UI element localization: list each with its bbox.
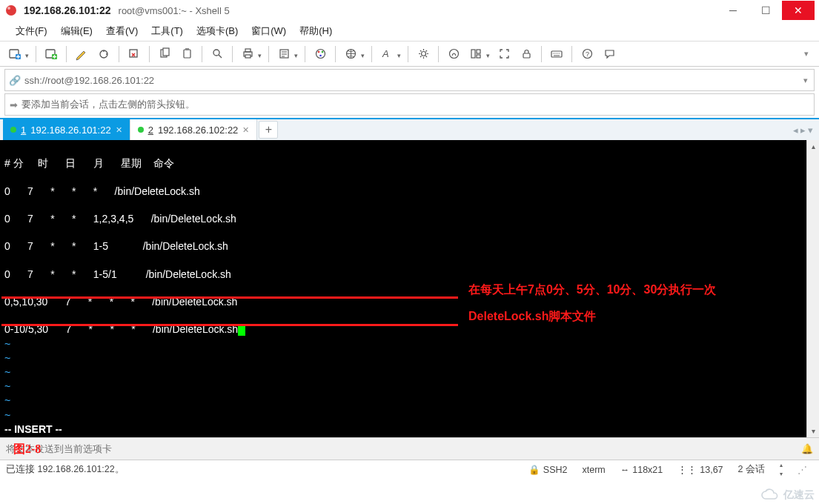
svg-text:?: ? [586,50,589,58]
svg-rect-15 [245,55,251,58]
session-updown[interactable]: ▴▾ [772,462,790,477]
properties-icon[interactable] [273,44,294,64]
dropdown-icon[interactable]: ▾ [486,49,490,59]
svg-rect-11 [185,48,189,50]
dropdown-icon[interactable]: ▾ [397,49,401,59]
tab-label: 192.168.26.102:22 [158,125,238,136]
menu-window[interactable]: 窗口(W) [246,22,291,40]
status-bar: 已连接 192.168.26.101:22。 🔒 SSH2 xterm ↔ 11… [0,460,819,479]
toolbar: ▾ ▾ ▾ ▾ A▾ ▾ ? ▾ [0,42,819,67]
menu-help[interactable]: 帮助(H) [294,22,337,40]
window-subtitle: root@vms001:~ - Xshell 5 [119,5,230,16]
chevron-down-icon[interactable]: ▾ [808,125,813,136]
tab-next-icon[interactable]: ▸ [800,125,806,136]
dropdown-icon[interactable]: ▾ [361,49,365,59]
chevron-down-icon[interactable]: ▾ [804,49,815,59]
close-button[interactable]: ✕ [782,1,815,20]
new-session-icon[interactable] [4,44,25,64]
maximize-button[interactable]: ☐ [749,1,782,20]
dropdown-icon[interactable]: ▾ [25,49,29,59]
tab-number: 1 [21,125,26,136]
tilde-line: ~ [4,366,10,378]
lock-icon[interactable] [516,44,537,64]
svg-text:A: A [382,48,389,59]
arrow-left-icon[interactable]: ➡ [5,99,21,110]
svg-point-12 [213,50,219,56]
svg-point-0 [6,5,16,16]
svg-point-18 [317,51,319,53]
scroll-up-icon[interactable]: ▴ [807,140,819,153]
reconnect-icon[interactable] [93,44,114,64]
tilde-line: ~ [4,380,10,392]
address-text: ssh://root@192.168.26.101:22 [24,75,154,86]
scroll-down-icon[interactable]: ▾ [807,425,819,437]
pencil-icon[interactable] [71,44,92,64]
tilde-line: ~ [4,409,10,421]
bell-icon[interactable]: 🔔 [795,443,819,454]
status-term: xterm [575,465,613,475]
info-text: 要添加当前会话，点击左侧的箭头按钮。 [21,98,195,111]
xagent-icon[interactable] [443,44,464,64]
print-icon[interactable] [237,44,258,64]
svg-point-1 [7,7,10,10]
search-icon[interactable] [207,44,228,64]
settings-icon[interactable] [413,44,434,64]
chat-icon[interactable] [599,44,620,64]
watermark: 亿速云 [760,488,815,502]
underline-annotation [1,324,458,326]
menu-file[interactable]: 文件(F) [10,22,53,40]
address-bar[interactable]: 🔗 ssh://root@192.168.26.101:22 ▾ [4,69,815,91]
svg-point-17 [316,50,325,59]
svg-point-19 [321,51,323,53]
status-connected: 已连接 192.168.26.101:22。 [6,463,125,476]
terminal[interactable]: # 分 时 日 月 星期 命令 0 7 * * * /bin/DeleteLoc… [0,140,806,437]
copy-icon[interactable] [154,44,175,64]
vim-mode: -- INSERT -- [4,423,62,435]
status-dot-icon [10,127,16,133]
scrollbar[interactable]: ▴ ▾ [806,140,819,437]
status-sessions: 2 会话 [731,463,772,476]
menu-tools[interactable]: 工具(T) [146,22,188,40]
grip-icon: ⋰ [790,464,813,475]
underline-annotation [1,296,458,299]
status-proto: 🔒 SSH2 [521,464,575,475]
svg-rect-26 [477,50,480,53]
disconnect-icon[interactable] [124,44,145,64]
chevron-down-icon[interactable]: ▾ [798,76,814,85]
info-strip: ➡ 要添加当前会话，点击左侧的箭头按钮。 [4,93,815,116]
svg-rect-29 [551,51,562,57]
fullscreen-icon[interactable] [494,44,514,64]
svg-rect-27 [477,55,480,58]
command-input-bar: 图2-8 🔔 [0,437,819,460]
minimize-button[interactable]: ─ [717,1,749,20]
svg-rect-14 [245,49,251,52]
close-tab-icon[interactable]: ✕ [116,125,122,135]
tab-prev-icon[interactable]: ◂ [793,125,798,136]
tab-active[interactable]: 1 192.168.26.101:22 ✕ [3,119,130,140]
tilde-line: ~ [4,394,10,406]
menu-tabs[interactable]: 选项卡(B) [191,22,243,40]
menu-edit[interactable]: 编辑(E) [56,22,98,40]
menu-view[interactable]: 查看(V) [101,22,143,40]
command-input[interactable] [6,443,451,454]
cron-row: 0 7 * * * /bin/DeleteLock.sh [4,185,200,197]
open-icon[interactable] [41,44,62,64]
close-tab-icon[interactable]: ✕ [242,125,249,135]
app-icon [4,4,18,17]
help-icon[interactable]: ? [577,44,597,64]
tilde-line: ~ [4,352,10,364]
font-icon[interactable]: A [377,44,397,64]
dropdown-icon[interactable]: ▾ [294,49,298,59]
layout-icon[interactable] [465,44,486,64]
window-title: 192.168.26.101:22 [24,4,111,16]
keyboard-icon[interactable] [546,44,567,64]
annotation-text: 在每天上午7点0分、5分、10分、30分执行一次 [468,282,716,298]
add-tab-button[interactable]: + [259,121,278,139]
dropdown-icon[interactable]: ▾ [258,49,262,59]
paste-icon[interactable] [176,44,197,64]
tab-label: 192.168.26.101:22 [30,125,110,136]
tab-inactive[interactable]: 2 192.168.26.102:22 ✕ [130,119,258,140]
globe-icon[interactable] [340,44,361,64]
status-size: ↔ 118x21 [613,465,671,475]
color-scheme-icon[interactable] [310,44,331,64]
